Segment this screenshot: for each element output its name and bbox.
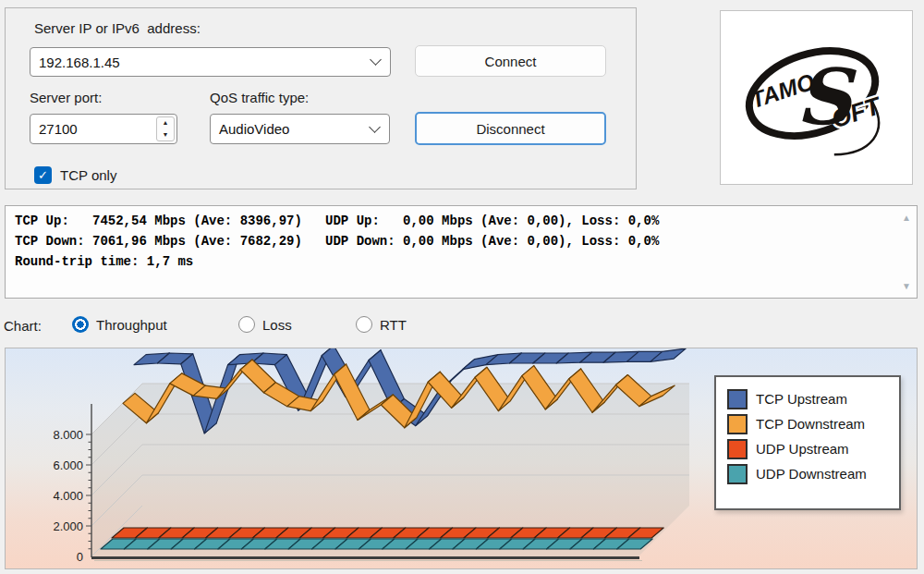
y-axis-tick-label: 0	[77, 550, 83, 564]
connection-settings-panel: Server IP or IPv6 address: 192.168.1.45 …	[5, 7, 637, 189]
chart-legend: TCP UpstreamTCP DownstreamUDP UpstreamUD…	[714, 375, 901, 510]
chart-selector-row: Chart: Throughput Loss RTT	[0, 315, 924, 339]
legend-swatch	[727, 414, 748, 434]
y-axis-tick-label: 4.000	[53, 489, 83, 503]
spinner-up-icon[interactable]: ▲	[163, 119, 169, 127]
legend-label: TCP Downstream	[756, 416, 865, 432]
tamosoft-logo-box: TAMO OFT S	[720, 10, 913, 185]
legend-label: TCP Upstream	[756, 391, 847, 407]
checkbox-checked-icon[interactable]: ✓	[34, 166, 52, 184]
chart-label: Chart:	[4, 318, 42, 334]
qos-traffic-type-value: AudioVideo	[219, 121, 289, 137]
radio-throughput[interactable]: Throughput	[72, 316, 167, 333]
qos-traffic-type-dropdown[interactable]: AudioVideo	[210, 114, 390, 144]
server-port-label: Server port:	[30, 90, 102, 105]
status-line-tcp: TCP Up: 7452,54 Mbps (Ave: 8396,97) UDP …	[15, 211, 907, 231]
legend-item: UDP Upstream	[727, 436, 899, 461]
scrollbar-up-icon[interactable]: ▲	[902, 213, 911, 223]
server-ip-combobox[interactable]: 192.168.1.45	[30, 47, 391, 77]
throughput-test-window: Server IP or IPv6 address: 192.168.1.45 …	[0, 0, 924, 574]
server-port-field[interactable]: 27100 ▲ ▼	[30, 114, 177, 144]
tcp-only-checkbox-row[interactable]: ✓ TCP only	[34, 166, 116, 184]
connect-button[interactable]: Connect	[415, 45, 606, 77]
qos-traffic-type-label: QoS traffic type:	[210, 90, 309, 105]
status-line-tcp-down: TCP Down: 7061,96 Mbps (Ave: 7682,29) UD…	[15, 231, 907, 251]
legend-label: UDP Downstream	[756, 466, 867, 482]
radio-icon[interactable]	[72, 316, 89, 333]
legend-swatch	[727, 439, 748, 459]
legend-label: UDP Upstream	[756, 441, 849, 457]
legend-item: UDP Downstream	[727, 461, 899, 486]
scrollbar-down-icon[interactable]: ▼	[902, 281, 911, 291]
tcp-only-label: TCP only	[60, 167, 116, 183]
radio-rtt-label: RTT	[380, 317, 407, 333]
radio-rtt[interactable]: RTT	[356, 316, 407, 333]
legend-swatch	[727, 464, 748, 484]
radio-icon[interactable]	[238, 316, 255, 333]
server-ip-value: 192.168.1.45	[39, 55, 120, 70]
throughput-chart-panel: 02.0004.0006.0008.000 TCP UpstreamTCP Do…	[5, 348, 918, 569]
disconnect-button-label: Disconnect	[476, 121, 544, 137]
port-spinner[interactable]: ▲ ▼	[156, 116, 175, 141]
chevron-down-icon[interactable]	[369, 121, 381, 133]
radio-throughput-label: Throughput	[96, 317, 167, 333]
legend-item: TCP Upstream	[727, 386, 899, 411]
y-axis-tick-label: 2.000	[53, 519, 83, 533]
spinner-down-icon[interactable]: ▼	[163, 131, 169, 139]
radio-loss-label: Loss	[262, 317, 292, 333]
radio-icon[interactable]	[356, 316, 372, 333]
status-line-rtt: Round-trip time: 1,7 ms	[15, 251, 907, 272]
legend-item: TCP Downstream	[727, 411, 899, 436]
connect-button-label: Connect	[485, 54, 537, 69]
tamosoft-logo: TAMO OFT S	[721, 11, 912, 184]
legend-swatch	[727, 389, 748, 409]
chevron-down-icon[interactable]	[370, 54, 382, 66]
radio-loss[interactable]: Loss	[238, 316, 292, 333]
y-axis-tick-label: 6.000	[53, 458, 83, 472]
y-axis-tick-label: 8.000	[53, 428, 83, 442]
logo-text-s: S	[796, 52, 857, 142]
server-port-value: 27100	[39, 121, 78, 137]
server-ip-label: Server IP or IPv6 address:	[34, 20, 201, 36]
disconnect-button[interactable]: Disconnect	[415, 112, 606, 145]
status-readout: TCP Up: 7452,54 Mbps (Ave: 8396,97) UDP …	[5, 205, 918, 299]
